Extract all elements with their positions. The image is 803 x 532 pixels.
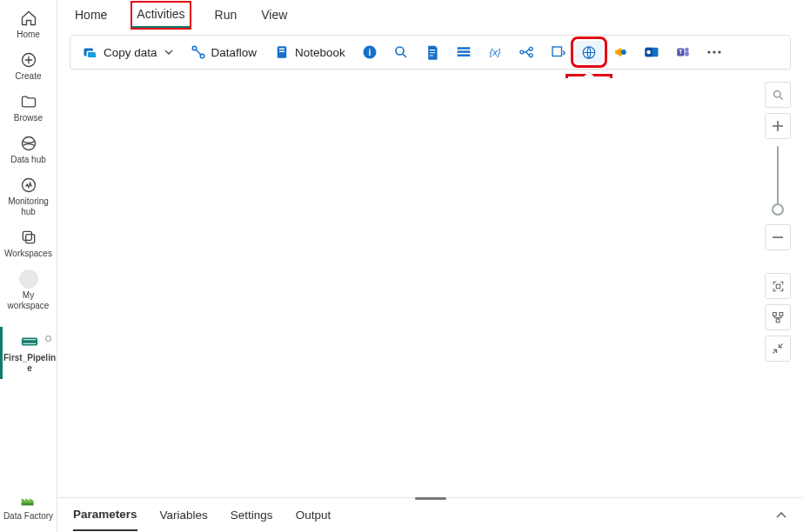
svg-rect-31 bbox=[685, 51, 689, 56]
bottom-tab-parameters[interactable]: Parameters bbox=[73, 499, 137, 531]
svg-point-2 bbox=[22, 179, 35, 192]
teams-button[interactable]: T bbox=[669, 41, 697, 63]
web-activity-button[interactable] bbox=[575, 41, 603, 63]
svg-point-27 bbox=[646, 50, 651, 55]
webhook-button[interactable] bbox=[606, 41, 634, 63]
notebook-label: Notebook bbox=[295, 46, 345, 59]
rail-browse-label: Browse bbox=[14, 113, 43, 123]
pipeline-canvas[interactable] bbox=[57, 78, 803, 497]
info-button[interactable]: i bbox=[356, 41, 384, 63]
rail-home[interactable]: Home bbox=[0, 3, 57, 45]
ribbon-tabs: Home Activities Run View bbox=[57, 0, 803, 30]
outlook-button[interactable] bbox=[638, 41, 666, 63]
rail-my-workspace[interactable]: My workspace bbox=[0, 264, 57, 316]
bottom-tab-variables[interactable]: Variables bbox=[160, 500, 208, 530]
bottom-panel: Parameters Variables Settings Output bbox=[57, 497, 803, 532]
bottom-tab-output[interactable]: Output bbox=[296, 500, 331, 530]
bottom-tab-settings[interactable]: Settings bbox=[231, 500, 273, 530]
left-nav-rail: Home Create Browse Data hub Monitoring h… bbox=[0, 0, 57, 532]
rail-home-label: Home bbox=[17, 30, 40, 40]
rail-monitoring[interactable]: Monitoring hub bbox=[0, 170, 57, 223]
plus-circle-icon bbox=[19, 50, 38, 70]
rail-datahub[interactable]: Data hub bbox=[0, 129, 57, 170]
zoom-slider-knob[interactable] bbox=[772, 203, 784, 216]
svg-rect-6 bbox=[21, 503, 33, 506]
avatar-icon bbox=[19, 269, 38, 289]
svg-rect-4 bbox=[25, 235, 34, 243]
datahub-icon bbox=[19, 134, 38, 153]
info-icon: i bbox=[362, 44, 378, 60]
rail-my-workspace-label: My workspace bbox=[3, 290, 55, 311]
rail-workspaces-label: Workspaces bbox=[4, 249, 52, 259]
rail-create-label: Create bbox=[15, 71, 41, 82]
fit-screen-button[interactable] bbox=[765, 273, 791, 299]
svg-rect-16 bbox=[458, 50, 471, 52]
svg-point-24 bbox=[621, 50, 626, 55]
variable-icon: {x} bbox=[487, 44, 503, 60]
script-icon bbox=[425, 44, 439, 60]
zoom-in-button[interactable] bbox=[765, 113, 791, 139]
until-button[interactable] bbox=[544, 41, 572, 63]
dataflow-icon bbox=[191, 44, 206, 60]
tab-view[interactable]: View bbox=[261, 3, 287, 27]
minimize-button[interactable] bbox=[765, 336, 791, 362]
zoom-out-button[interactable] bbox=[765, 224, 791, 250]
lookup-button[interactable] bbox=[387, 41, 415, 63]
rail-browse[interactable]: Browse bbox=[0, 87, 57, 129]
svg-rect-22 bbox=[552, 47, 562, 57]
teams-icon: T bbox=[675, 44, 691, 60]
rail-pipeline-label: First_Pipeline bbox=[3, 353, 56, 374]
rail-product[interactable]: Data Factory bbox=[0, 485, 57, 527]
main-area: Home Activities Run View Copy data bbox=[57, 0, 803, 532]
svg-text:{x}: {x} bbox=[489, 47, 500, 57]
tab-activities[interactable]: Activities bbox=[131, 2, 190, 29]
notebook-icon bbox=[274, 44, 290, 60]
ellipsis-icon bbox=[706, 44, 722, 60]
datafactory-icon bbox=[19, 490, 38, 509]
auto-align-button[interactable] bbox=[765, 304, 791, 330]
script-button[interactable] bbox=[418, 41, 446, 63]
svg-rect-36 bbox=[776, 284, 780, 289]
pipeline-activity-button[interactable] bbox=[512, 41, 540, 63]
chevron-down-icon bbox=[164, 48, 173, 57]
collapse-panel-button[interactable] bbox=[775, 511, 787, 520]
sproc-button[interactable] bbox=[450, 41, 478, 63]
svg-point-34 bbox=[718, 50, 720, 53]
svg-rect-39 bbox=[776, 319, 780, 323]
svg-point-21 bbox=[529, 54, 532, 57]
loop-icon bbox=[550, 44, 565, 60]
variable-button[interactable]: {x} bbox=[481, 41, 509, 63]
svg-rect-37 bbox=[773, 312, 776, 316]
zoom-slider[interactable] bbox=[765, 144, 791, 219]
workspaces-icon bbox=[19, 228, 38, 247]
rail-workspaces[interactable]: Workspaces bbox=[0, 223, 57, 264]
tab-run[interactable]: Run bbox=[215, 3, 238, 27]
svg-rect-11 bbox=[279, 51, 284, 53]
rail-pipeline[interactable]: First_Pipeline bbox=[0, 327, 57, 379]
rail-monitoring-label: Monitoring hub bbox=[3, 196, 55, 217]
notebook-button[interactable]: Notebook bbox=[267, 41, 352, 63]
tab-home[interactable]: Home bbox=[75, 3, 107, 27]
canvas-search-button[interactable] bbox=[765, 82, 791, 108]
svg-rect-15 bbox=[458, 47, 471, 49]
copy-data-label: Copy data bbox=[104, 46, 157, 59]
svg-point-14 bbox=[396, 47, 404, 55]
home-icon bbox=[19, 9, 38, 28]
branch-icon bbox=[519, 44, 534, 60]
rail-product-label: Data Factory bbox=[3, 511, 53, 522]
more-button[interactable] bbox=[700, 41, 728, 63]
web-icon bbox=[581, 44, 597, 60]
rail-create[interactable]: Create bbox=[0, 45, 57, 87]
svg-rect-38 bbox=[780, 312, 783, 316]
svg-rect-3 bbox=[23, 231, 31, 240]
copy-data-button[interactable]: Copy data bbox=[76, 41, 180, 63]
canvas-controls bbox=[765, 82, 791, 362]
dataflow-button[interactable]: Dataflow bbox=[184, 41, 264, 63]
dataflow-label: Dataflow bbox=[211, 46, 258, 59]
search-icon bbox=[393, 44, 409, 60]
folder-icon bbox=[19, 92, 38, 111]
rail-datahub-label: Data hub bbox=[10, 155, 46, 165]
svg-point-32 bbox=[707, 50, 710, 53]
activities-toolbar: Copy data Dataflow Notebook bbox=[70, 35, 791, 70]
pipeline-icon bbox=[20, 332, 39, 351]
